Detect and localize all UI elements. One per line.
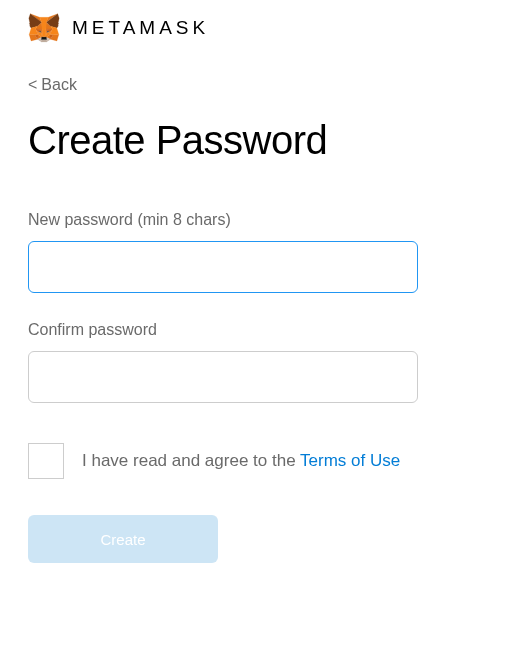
terms-checkbox[interactable] — [28, 443, 64, 479]
terms-label: I have read and agree to the Terms of Us… — [82, 451, 400, 471]
new-password-group: New password (min 8 chars) — [28, 211, 491, 293]
confirm-password-label: Confirm password — [28, 321, 491, 339]
back-link[interactable]: <Back — [28, 76, 491, 94]
metamask-logo-icon — [28, 12, 60, 44]
new-password-input[interactable] — [28, 241, 418, 293]
terms-of-use-link[interactable]: Terms of Use — [300, 451, 400, 470]
terms-row: I have read and agree to the Terms of Us… — [28, 443, 491, 479]
create-button[interactable]: Create — [28, 515, 218, 563]
terms-prefix: I have read and agree to the — [82, 451, 300, 470]
confirm-password-input[interactable] — [28, 351, 418, 403]
brand-name: METAMASK — [72, 17, 209, 39]
back-label: Back — [41, 76, 77, 93]
confirm-password-group: Confirm password — [28, 321, 491, 403]
chevron-left-icon: < — [28, 76, 37, 93]
page-title: Create Password — [28, 118, 491, 163]
app-header: METAMASK — [28, 12, 491, 44]
new-password-label: New password (min 8 chars) — [28, 211, 491, 229]
